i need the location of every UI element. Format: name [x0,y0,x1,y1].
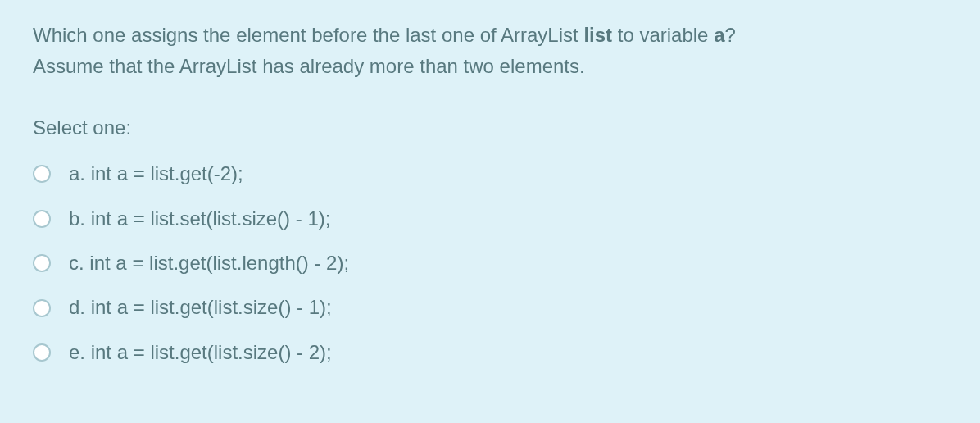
option-b-label[interactable]: b. int a = list.set(list.size() - 1); [69,203,330,234]
question-bold-a: a [714,24,724,46]
option-text: int a = list.get(-2); [91,162,243,184]
option-text: int a = list.get(list.size() - 1); [91,296,332,318]
radio-e[interactable] [33,343,51,362]
option-text: int a = list.get(list.size() - 2); [91,341,332,363]
radio-c[interactable] [33,254,51,272]
option-letter: e. [69,341,85,363]
radio-d[interactable] [33,299,51,317]
question-part: to variable [612,24,714,46]
option-letter: d. [69,296,85,318]
option-b: b. int a = list.set(list.size() - 1); [33,203,947,234]
option-e: e. int a = list.get(list.size() - 2); [33,337,947,368]
option-d: d. int a = list.get(list.size() - 1); [33,292,947,323]
radio-b[interactable] [33,210,51,228]
options-list: a. int a = list.get(-2); b. int a = list… [33,158,947,368]
question-part: Which one assigns the element before the… [33,24,583,46]
option-c: c. int a = list.get(list.length() - 2); [33,248,947,279]
question-line-1: Which one assigns the element before the… [33,20,947,51]
radio-a[interactable] [33,165,51,183]
question-text: Which one assigns the element before the… [33,20,947,83]
option-a-label[interactable]: a. int a = list.get(-2); [69,158,243,189]
question-line-2: Assume that the ArrayList has already mo… [33,51,947,82]
option-a: a. int a = list.get(-2); [33,158,947,189]
option-text: int a = list.set(list.size() - 1); [91,207,331,230]
select-one-label: Select one: [33,112,947,143]
option-text: int a = list.get(list.length() - 2); [89,252,349,274]
option-letter: a. [69,162,85,184]
option-letter: b. [69,207,85,230]
option-e-label[interactable]: e. int a = list.get(list.size() - 2); [69,337,332,368]
question-bold-list: list [583,24,612,46]
option-letter: c. [69,252,84,274]
option-d-label[interactable]: d. int a = list.get(list.size() - 1); [69,292,332,323]
question-part: ? [725,24,736,46]
option-c-label[interactable]: c. int a = list.get(list.length() - 2); [69,248,349,279]
